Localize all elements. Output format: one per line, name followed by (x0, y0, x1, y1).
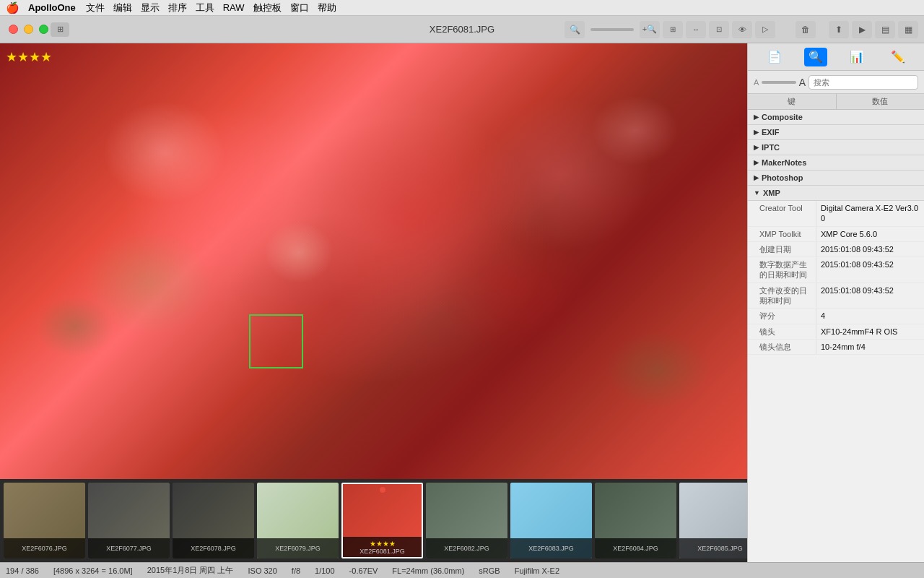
meta-value: 2015:01:08 09:43:52 (816, 257, 924, 282)
image-rating: ★★★★ (6, 49, 52, 65)
meta-row: 评分4 (748, 309, 924, 324)
thumb-image-area (679, 483, 747, 539)
thumb-image-area (173, 483, 254, 539)
status-fl: FL=24mm (36.0mm) (392, 566, 464, 575)
thumbnail-6[interactable]: XE2F6083.JPG (510, 483, 592, 558)
menu-tools[interactable]: 工具 (196, 1, 214, 14)
meta-group-iptc[interactable]: ▶IPTC (748, 140, 924, 155)
share-button[interactable]: ⬆ (829, 21, 849, 38)
statusbar: 194 / 386 [4896 x 3264 = 16.0M] 2015年1月8… (0, 562, 924, 578)
meta-value: 2015:01:08 09:43:52 (816, 283, 924, 309)
meta-value: 10-24mm f/4 (816, 340, 924, 354)
panel-file-btn[interactable]: 📄 (763, 48, 786, 66)
meta-group-composite[interactable]: ▶Composite (748, 110, 924, 125)
sidebar-toggle[interactable]: ▤ (875, 21, 895, 38)
value-column-header[interactable]: 数值 (837, 94, 925, 109)
search-input[interactable] (808, 75, 918, 90)
group-label: Photoshop (762, 173, 803, 182)
status-colorspace: sRGB (479, 566, 500, 575)
menu-file[interactable]: 文件 (86, 1, 105, 14)
meta-group-makernotes[interactable]: ▶MakerNotes (748, 155, 924, 171)
meta-value: XF10-24mmF4 R OIS (816, 324, 924, 339)
meta-row: XMP ToolkitXMP Core 5.6.0 (748, 227, 924, 242)
thumbnail-1[interactable]: XE2F6077.JPG (88, 483, 170, 558)
thumb-image-area (88, 483, 170, 539)
close-button[interactable] (9, 25, 18, 34)
menu-window[interactable]: 窗口 (290, 1, 309, 14)
thumbnail-7[interactable]: XE2F6084.JPG (595, 483, 676, 558)
group-arrow: ▼ (754, 189, 760, 197)
nav-button[interactable]: ▷ (755, 21, 775, 38)
zoom-fit-button[interactable]: ↔ (686, 21, 706, 38)
meta-row: 镜头XF10-24mmF4 R OIS (748, 324, 924, 340)
zoom-slider[interactable] (590, 28, 634, 31)
thumb-stars: ★★★★ (370, 540, 396, 548)
window-title: XE2F6081.JPG (430, 24, 494, 35)
thumbnail-3[interactable]: XE2F6079.JPG (257, 483, 339, 558)
menubar: 🍎 ApolloOne 文件 编辑 显示 排序 工具 RAW 触控板 窗口 帮助 (0, 0, 924, 16)
meta-row: 创建日期2015:01:08 09:43:52 (748, 242, 924, 257)
thumb-filename: XE2F6078.JPG (191, 545, 236, 552)
meta-row: 镜头信息10-24mm f/4 (748, 340, 924, 355)
key-column-header[interactable]: 键 (748, 94, 837, 109)
apple-menu[interactable]: 🍎 (6, 1, 19, 14)
thumb-image-area (426, 483, 507, 539)
menu-edit[interactable]: 编辑 (113, 1, 132, 14)
metadata-list: ▶Composite▶EXIF▶IPTC▶MakerNotes▶Photosho… (748, 110, 924, 562)
meta-group-photoshop[interactable]: ▶Photoshop (748, 171, 924, 186)
font-size-small: A (754, 78, 759, 87)
toolbar-right: 🔍 +🔍 ⊞ ↔ ⊡ 👁 ▷ 🗑 ⬆ ▶ ▤ ▦ (565, 21, 924, 38)
thumb-image-area (510, 483, 592, 539)
meta-group-xmp[interactable]: ▼XMP (748, 186, 924, 201)
delete-button[interactable]: 🗑 (796, 21, 816, 38)
zoom-region-button[interactable]: ⊡ (709, 21, 729, 38)
meta-row: 数字数据产生的日期和时间2015:01:08 09:43:52 (748, 257, 924, 283)
meta-key: 镜头信息 (748, 340, 816, 354)
panel-search-row: A A (748, 71, 924, 94)
menu-sort[interactable]: 排序 (168, 1, 187, 14)
grid-button[interactable]: ⊞ (51, 22, 69, 37)
panel-chart-btn[interactable]: 📊 (845, 48, 868, 66)
meta-key: XMP Toolkit (748, 227, 816, 241)
font-size-slider[interactable] (762, 81, 796, 84)
font-size-large: A (799, 77, 806, 88)
thumbnail-0[interactable]: XE2F6076.JPG (4, 483, 85, 558)
zoom-out-button[interactable]: 🔍 (565, 21, 585, 38)
slideshow-button[interactable]: ▶ (852, 21, 872, 38)
meta-group-exif[interactable]: ▶EXIF (748, 125, 924, 140)
menu-raw[interactable]: RAW (223, 2, 245, 13)
fit-button[interactable]: ⊞ (663, 21, 683, 38)
group-label: IPTC (762, 143, 780, 152)
menu-touchpad[interactable]: 触控板 (253, 1, 282, 14)
zoom-in-button[interactable]: +🔍 (640, 21, 660, 38)
photo-display: ★★★★ (0, 43, 747, 479)
thumbnail-8[interactable]: XE2F6085.JPG (679, 483, 747, 558)
status-camera: Fujifilm X-E2 (515, 566, 559, 575)
thumbnail-strip: XE2F6076.JPGXE2F6077.JPGXE2F6078.JPGXE2F… (0, 479, 747, 562)
maximize-button[interactable] (39, 25, 48, 34)
group-label: MakerNotes (762, 158, 806, 167)
minimize-button[interactable] (24, 25, 33, 34)
meta-value: Digital Camera X-E2 Ver3.00 (816, 201, 924, 226)
group-label: Composite (762, 113, 803, 121)
loupe-button[interactable]: 👁 (732, 21, 752, 38)
meta-key: 镜头 (748, 324, 816, 339)
panel-meta-btn[interactable]: 🔍 (804, 48, 827, 66)
inspector-toggle[interactable]: ▦ (898, 21, 918, 38)
thumbnail-5[interactable]: XE2F6082.JPG (426, 483, 507, 558)
thumbnail-2[interactable]: XE2F6078.JPG (173, 483, 254, 558)
status-index: 194 / 386 (6, 566, 39, 575)
meta-row: Creator ToolDigital Camera X-E2 Ver3.00 (748, 201, 924, 227)
status-ev: -0.67EV (349, 566, 378, 575)
menu-help[interactable]: 帮助 (318, 1, 336, 14)
menu-view[interactable]: 显示 (141, 1, 160, 14)
panel-edit-btn[interactable]: ✏️ (886, 48, 910, 66)
group-arrow: ▶ (754, 159, 759, 166)
status-dimensions: [4896 x 3264 = 16.0M] (53, 566, 133, 575)
meta-row: 文件改变的日期和时间2015:01:08 09:43:52 (748, 283, 924, 309)
thumb-filename: XE2F6082.JPG (444, 545, 489, 552)
app-name[interactable]: ApolloOne (28, 2, 76, 13)
group-arrow: ▶ (754, 174, 759, 181)
thumbnail-4[interactable]: ★★★★XE2F6081.JPG (341, 483, 423, 558)
main-area: ★★★★ XE2F6076.JPGXE2F6077.JPGXE2F6078.JP… (0, 43, 924, 562)
